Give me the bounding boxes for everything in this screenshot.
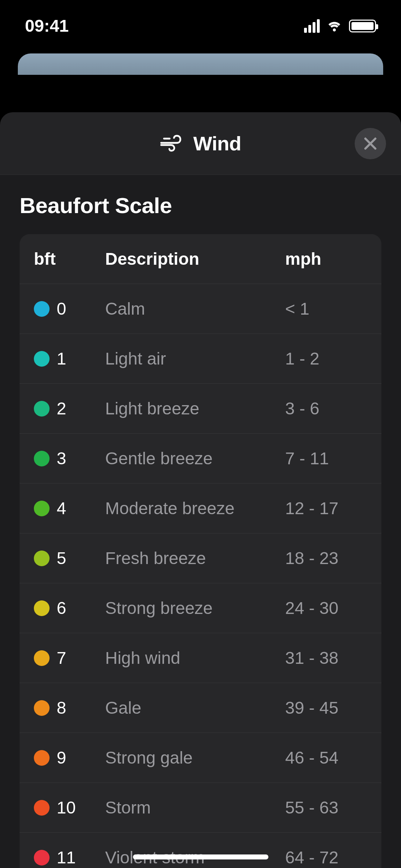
color-dot-icon: [34, 800, 50, 816]
table-row: 7High wind31 - 38: [20, 633, 381, 683]
color-dot-icon: [34, 351, 50, 367]
cell-description: Calm: [105, 299, 285, 319]
cell-description: Gentle breeze: [105, 449, 285, 468]
close-button[interactable]: [355, 128, 386, 159]
cell-bft: 9: [34, 748, 105, 768]
signal-icon: [304, 19, 320, 33]
sheet-header: Wind: [0, 112, 401, 175]
color-dot-icon: [34, 700, 50, 716]
cell-mph: < 1: [285, 299, 367, 319]
cell-mph: 24 - 30: [285, 598, 367, 618]
status-time: 09:41: [25, 16, 69, 36]
cell-mph: 18 - 23: [285, 548, 367, 568]
wifi-icon: [326, 16, 343, 36]
cell-bft: 1: [34, 349, 105, 368]
background-card-peek: [18, 53, 383, 75]
cell-mph: 1 - 2: [285, 349, 367, 368]
home-indicator[interactable]: [133, 854, 268, 859]
cell-mph: 31 - 38: [285, 648, 367, 668]
cell-mph: 64 - 72: [285, 848, 367, 867]
bft-number: 7: [57, 648, 66, 668]
table-row: 1Light air1 - 2: [20, 334, 381, 384]
cell-bft: 11: [34, 848, 105, 867]
cell-bft: 6: [34, 598, 105, 618]
cell-description: Moderate breeze: [105, 498, 285, 518]
bft-number: 10: [57, 798, 76, 817]
bft-number: 1: [57, 349, 66, 368]
color-dot-icon: [34, 750, 50, 766]
table-row: 11Violent storm64 - 72: [20, 833, 381, 868]
color-dot-icon: [34, 501, 50, 516]
battery-icon: [349, 20, 376, 32]
cell-mph: 55 - 63: [285, 798, 367, 817]
cell-mph: 3 - 6: [285, 399, 367, 418]
bft-number: 6: [57, 598, 66, 618]
table-header-bft: bft: [34, 249, 105, 269]
cell-mph: 7 - 11: [285, 449, 367, 468]
cell-description: Gale: [105, 698, 285, 718]
cell-description: Strong gale: [105, 748, 285, 768]
table-row: 5Fresh breeze18 - 23: [20, 533, 381, 583]
color-dot-icon: [34, 551, 50, 566]
status-indicators: [304, 16, 376, 36]
table-row: 3Gentle breeze7 - 11: [20, 434, 381, 484]
cell-mph: 12 - 17: [285, 498, 367, 518]
cell-bft: 4: [34, 498, 105, 518]
sheet-title: Wind: [193, 132, 241, 155]
color-dot-icon: [34, 301, 50, 317]
beaufort-table: bft Description mph 0Calm< 11Light air1 …: [20, 234, 381, 868]
table-header-row: bft Description mph: [20, 234, 381, 284]
bft-number: 4: [57, 498, 66, 518]
cell-bft: 8: [34, 698, 105, 718]
cell-bft: 7: [34, 648, 105, 668]
section-title: Beaufort Scale: [20, 193, 381, 218]
cell-mph: 46 - 54: [285, 748, 367, 768]
cell-bft: 2: [34, 399, 105, 418]
color-dot-icon: [34, 401, 50, 417]
table-row: 0Calm< 1: [20, 284, 381, 334]
table-row: 9Strong gale46 - 54: [20, 733, 381, 783]
table-row: 4Moderate breeze12 - 17: [20, 484, 381, 533]
color-dot-icon: [34, 451, 50, 466]
wind-sheet: Wind Beaufort Scale bft Description mph …: [0, 112, 401, 868]
cell-description: Storm: [105, 798, 285, 817]
cell-bft: 5: [34, 548, 105, 568]
cell-mph: 39 - 45: [285, 698, 367, 718]
table-row: 8Gale39 - 45: [20, 683, 381, 733]
cell-description: Light air: [105, 349, 285, 368]
color-dot-icon: [34, 600, 50, 616]
sheet-content[interactable]: Beaufort Scale bft Description mph 0Calm…: [0, 175, 401, 868]
bft-number: 11: [57, 848, 76, 867]
bft-number: 3: [57, 449, 66, 468]
close-icon: [363, 136, 377, 151]
table-row: 6Strong breeze24 - 30: [20, 583, 381, 633]
status-bar: 09:41: [0, 0, 401, 46]
cell-description: Light breeze: [105, 399, 285, 418]
table-row: 10Storm55 - 63: [20, 783, 381, 833]
table-header-desc: Description: [105, 249, 285, 269]
table-row: 2Light breeze3 - 6: [20, 384, 381, 434]
cell-bft: 0: [34, 299, 105, 319]
cell-description: Fresh breeze: [105, 548, 285, 568]
cell-description: Strong breeze: [105, 598, 285, 618]
color-dot-icon: [34, 850, 50, 866]
table-header-mph: mph: [285, 249, 367, 269]
bft-number: 2: [57, 399, 66, 418]
cell-bft: 3: [34, 449, 105, 468]
bft-number: 0: [57, 299, 66, 319]
bft-number: 8: [57, 698, 66, 718]
bft-number: 5: [57, 548, 66, 568]
wind-icon: [160, 134, 185, 154]
bft-number: 9: [57, 748, 66, 768]
color-dot-icon: [34, 650, 50, 666]
cell-bft: 10: [34, 798, 105, 817]
cell-description: High wind: [105, 648, 285, 668]
